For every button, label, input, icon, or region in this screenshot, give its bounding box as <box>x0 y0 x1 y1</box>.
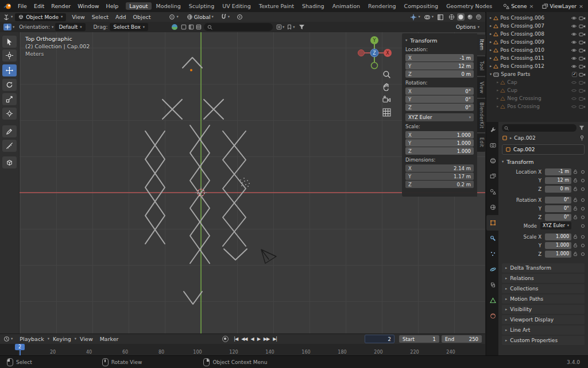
animate-dot[interactable] <box>581 198 585 202</box>
asset-search-input[interactable] <box>215 24 269 30</box>
outliner-row[interactable]: ▸ Cup <box>486 86 588 94</box>
rotation-z-field[interactable]: 0° <box>545 214 571 221</box>
properties-tab-object-data[interactable] <box>486 293 499 308</box>
outliner-item-label[interactable]: Pos Crossing.011 <box>500 55 544 61</box>
properties-tab-world[interactable] <box>486 200 499 215</box>
workspace-tab-sculpting[interactable]: Sculpting <box>185 2 218 10</box>
timeline-menu-keying[interactable]: Keying <box>49 336 75 342</box>
properties-search-input[interactable] <box>510 125 574 132</box>
render-camera-icon[interactable] <box>579 104 586 109</box>
section-visibility[interactable]: ▸Visibility <box>502 305 585 314</box>
outliner-collection-label[interactable]: Spare Parts <box>501 71 530 77</box>
workspace-tab-animation[interactable]: Animation <box>329 2 363 10</box>
camera-view-icon[interactable] <box>382 95 391 103</box>
outliner-row[interactable]: ▸ Pos Crossing.009 <box>486 38 588 46</box>
lock-icon[interactable] <box>571 234 579 239</box>
hide-eye-icon[interactable] <box>571 32 577 37</box>
hide-eye-icon[interactable] <box>571 56 577 61</box>
timeline-menu-playback[interactable]: Playback <box>16 336 47 342</box>
properties-tab-scene[interactable] <box>486 184 499 200</box>
outliner-row[interactable]: ▸ Neg Crossing <box>486 94 588 102</box>
animate-dot[interactable] <box>581 207 585 210</box>
gizmos-dropdown-icon[interactable]: ▾ <box>418 15 420 19</box>
asset-upload-icon[interactable] <box>276 24 282 30</box>
properties-tab-constraints[interactable] <box>486 277 499 293</box>
shading-wireframe-icon[interactable] <box>448 14 455 20</box>
editor-type-3d-viewport-icon[interactable] <box>3 14 10 21</box>
properties-tab-modifiers[interactable] <box>486 231 499 246</box>
menu-help[interactable]: Help <box>103 3 122 9</box>
asset-model-icon[interactable] <box>181 24 187 30</box>
frame-end-field[interactable]: End 250 <box>442 335 482 343</box>
scale-y-field[interactable]: Y1.000 <box>405 139 474 147</box>
expand-icon[interactable]: ▸ <box>490 32 492 36</box>
properties-tab-view-layer[interactable] <box>486 168 499 184</box>
dimensions-z-field[interactable]: Z0.2 m <box>405 181 474 188</box>
asset-bookmark-icon[interactable] <box>287 24 292 30</box>
rotation-x-field[interactable]: 0° <box>545 197 571 204</box>
expand-icon[interactable]: ▸ <box>497 89 498 93</box>
scale-z-field[interactable]: 1.000 <box>545 251 571 258</box>
lock-icon[interactable] <box>571 197 579 202</box>
cap-object[interactable] <box>183 57 202 68</box>
move-tool-button[interactable] <box>2 64 17 76</box>
scale-x-field[interactable]: X1.000 <box>405 131 474 139</box>
mode-dropdown[interactable]: Object Mode ▾ <box>15 13 66 21</box>
section-motion-paths[interactable]: ▸Motion Paths <box>502 294 585 304</box>
lock-icon[interactable] <box>571 186 579 191</box>
workspace-tab-geometry-nodes[interactable]: Geometry Nodes <box>443 2 496 10</box>
editor-type-timeline-icon[interactable] <box>3 336 10 342</box>
properties-tab-tool[interactable] <box>486 122 499 137</box>
options-dropdown[interactable]: Options <box>456 24 476 30</box>
editor-type-dropdown-icon[interactable]: ▾ <box>11 15 13 19</box>
n-panel-tab-edit[interactable]: Edit <box>477 133 486 152</box>
outliner-item-label[interactable]: Pos Crossing.010 <box>500 47 544 53</box>
cone-object[interactable] <box>261 250 276 263</box>
outliner-row[interactable]: ▸ Cap <box>486 78 588 86</box>
lock-icon[interactable] <box>571 178 579 183</box>
workspace-tab-shading[interactable]: Shading <box>299 2 328 10</box>
render-camera-icon[interactable] <box>579 88 586 93</box>
outliner-item-label[interactable]: Pos Crossing.009 <box>500 39 544 45</box>
transform-section-collapse-icon[interactable]: ▾ <box>502 160 504 164</box>
properties-filter-icon[interactable] <box>579 125 585 131</box>
outliner-row[interactable]: ▸ Pos Crossing.007 <box>486 22 588 30</box>
outliner-item-label[interactable]: Pos Crossing.008 <box>500 31 544 37</box>
outliner-collection-row[interactable]: ▾ Spare Parts ✓ <box>486 70 588 78</box>
frame-start-field[interactable]: Start 1 <box>399 335 439 343</box>
hide-eye-icon[interactable] <box>571 104 577 109</box>
properties-tab-material[interactable] <box>486 308 499 324</box>
timeline-menu-marker[interactable]: Marker <box>96 336 122 342</box>
location-y-field[interactable]: 12 m <box>545 177 571 184</box>
dimensions-y-field[interactable]: Y1.17 m <box>405 172 474 180</box>
rotation-y-field[interactable]: Y0° <box>405 95 474 103</box>
orientation-setting-dropdown[interactable]: Default ▾ <box>55 23 85 31</box>
outliner-item-label[interactable]: Pos Crossing.012 <box>500 63 544 69</box>
pan-hand-icon[interactable] <box>382 83 391 91</box>
location-x-field[interactable]: -1 m <box>545 168 571 175</box>
menu-view[interactable]: View <box>68 14 88 20</box>
animate-dot[interactable] <box>581 235 585 239</box>
asset-category-icon[interactable] <box>171 24 178 30</box>
breadcrumb[interactable]: Cap.002 <box>514 135 536 141</box>
animate-dot[interactable] <box>581 224 585 228</box>
n-panel-tab-tool[interactable]: Tool <box>477 56 486 76</box>
menu-render[interactable]: Render <box>48 3 74 9</box>
scale-y-field[interactable]: 1.000 <box>545 242 571 249</box>
viewlayer-selector[interactable]: ViewLayer <box>550 3 577 9</box>
section-collections[interactable]: ▸Collections <box>502 284 585 293</box>
workspace-tab-texture-paint[interactable]: Texture Paint <box>256 2 297 10</box>
expand-icon[interactable]: ▸ <box>490 64 492 68</box>
workspace-tab-rendering[interactable]: Rendering <box>365 2 400 10</box>
drag-setting-dropdown[interactable]: Select Box ▾ <box>110 23 148 31</box>
properties-tab-physics[interactable] <box>486 262 499 277</box>
xray-toggle-icon[interactable] <box>437 14 444 21</box>
section-delta-transform[interactable]: ▸Delta Transform <box>502 263 585 273</box>
rotation-z-field[interactable]: Z0° <box>405 103 474 111</box>
timeline-ruler[interactable]: 20 40 60 80 100 120 140 160 180 200 220 … <box>0 344 485 355</box>
workspace-tab-compositing[interactable]: Compositing <box>401 2 442 10</box>
shading-solid-icon[interactable] <box>457 13 465 21</box>
n-panel-tab-view[interactable]: View <box>477 77 486 98</box>
lock-icon[interactable] <box>571 169 579 174</box>
proportional-editing-icon[interactable] <box>237 14 243 20</box>
